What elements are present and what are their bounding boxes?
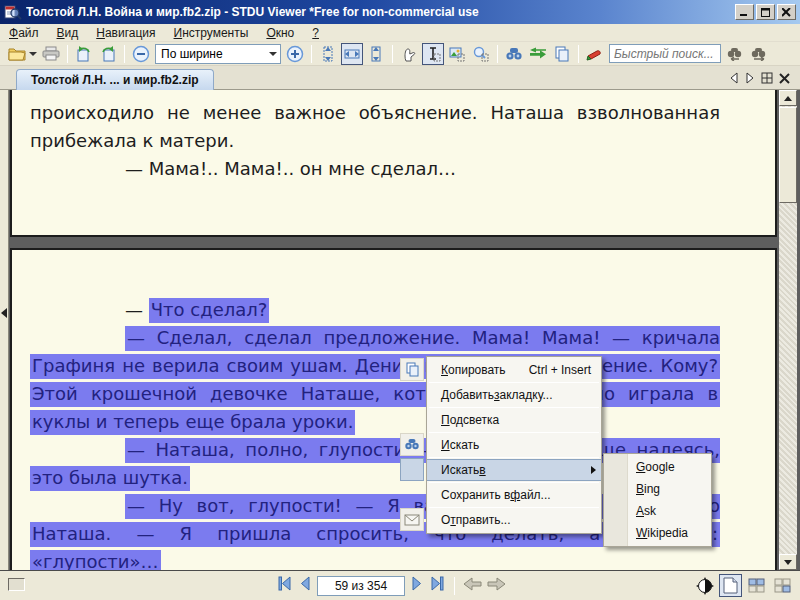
close-tab-icon[interactable] [779,70,790,88]
next-page-button[interactable] [410,575,424,596]
scroll-down-button[interactable] [779,554,797,570]
menubar-item-?[interactable]: ? [303,25,328,41]
menu-separator [429,482,599,483]
collapse-sidebar-icon[interactable] [1,308,7,318]
menu-bar: ФайлВидНавигацияИнструментыОкно? [0,24,800,42]
last-page-button[interactable] [429,575,446,596]
rotate-right-button[interactable] [97,43,119,65]
image-select-tool-button[interactable] [446,43,468,65]
submenu-item-bing[interactable]: Bing [604,478,711,500]
context-menu: КопироватьCtrl + InsertДобавить закладку… [426,356,602,534]
copy-icon [400,358,424,381]
binoculars-icon [400,433,424,456]
statusbar-panel-grip [8,578,25,591]
vertical-scrollbar[interactable] [779,90,797,570]
scroll-up-button[interactable] [779,90,797,106]
menu-separator [429,407,599,408]
context-menu-item-копировать[interactable]: КопироватьCtrl + Insert [427,359,601,381]
menu-separator [429,382,599,383]
history-back-button[interactable] [463,577,482,595]
context-menu-item-отправить-[interactable]: Отправить... [427,509,601,531]
page-indicator-input[interactable] [317,576,405,596]
text-select-tool-button[interactable] [422,43,444,65]
context-menu-item-искать[interactable]: Искать [427,434,601,456]
menubar-item-вид[interactable]: Вид [48,25,88,41]
menubar-item-навигация[interactable]: Навигация [87,25,164,41]
find-previous-button[interactable] [724,43,746,65]
zoom-level-select[interactable]: По ширине [155,44,281,64]
next-tab-icon[interactable] [745,70,755,88]
selected-text-line: куклы и теперь еще брала уроки. [30,408,720,436]
hand-tool-button[interactable] [398,43,420,65]
previous-page-button[interactable] [298,575,312,596]
rotate-left-button[interactable] [73,43,95,65]
history-forward-button[interactable] [487,577,506,595]
fit-width-button[interactable] [341,43,363,65]
first-page-button[interactable] [276,575,293,596]
menubar-item-файл[interactable]: Файл [0,25,48,41]
text-line: — Графиня пожала плечами. [30,566,720,570]
menu-separator [429,432,599,433]
close-button[interactable] [777,4,796,20]
zoom-level-value: По ширине [156,47,266,61]
open-dropdown-icon[interactable] [29,52,37,56]
zoom-out-button[interactable] [130,43,152,65]
window-title: Толстой Л.Н. Война и мир.fb2.zip - STDU … [26,5,735,19]
previous-tab-icon[interactable] [729,70,739,88]
selected-text-line: — Что сделал? [30,296,720,324]
search-button[interactable] [503,43,525,65]
tab-list-icon[interactable] [761,70,773,88]
open-file-button[interactable] [7,43,38,65]
toolbar: По ширине [0,42,800,66]
search-in-gutter-cell [400,458,424,481]
document-tab-label: Толстой Л.Н. ... и мир.fb2.zip [31,73,199,87]
shortcut-label: Ctrl + Insert [529,363,591,377]
search-in-submenu: GoogleBingAskWikipedia [603,453,712,547]
menu-separator [429,507,599,508]
minimize-button[interactable] [735,4,754,20]
submenu-arrow-icon [591,466,596,474]
title-bar: Толстой Л.Н. Война и мир.fb2.zip - STDU … [0,0,800,24]
split-view-1-button[interactable] [745,574,768,597]
print-button[interactable] [40,43,62,65]
context-menu-item-сохранить-в-файл-[interactable]: Сохранить в файл... [427,484,601,506]
app-icon [4,4,22,20]
envelope-icon [400,508,424,531]
status-bar [0,570,800,600]
selected-text-line: Этой крошечной девочке Наташе, которая е… [30,380,720,408]
zoom-in-button[interactable] [284,43,306,65]
menubar-item-инструменты[interactable]: Инструменты [165,25,258,41]
swap-direction-button[interactable] [527,43,549,65]
zoom-select-tool-button[interactable] [470,43,492,65]
find-next-button[interactable] [748,43,770,65]
menubar-item-окно[interactable]: Окно [257,25,303,41]
submenu-item-google[interactable]: Google [604,456,711,478]
page-58: происходило не менее важное объяснение. … [10,90,777,237]
document-area: происходило не менее важное объяснение. … [0,90,800,570]
selected-text-line: — Сделал, сделал предложение. Мама! Мама… [30,324,720,352]
document-tab[interactable]: Толстой Л.Н. ... и мир.fb2.zip [16,69,214,90]
maximize-button[interactable] [756,4,775,20]
context-menu-item-подсветка[interactable]: Подсветка [427,409,601,431]
zoom-select-dropdown-icon[interactable] [266,45,280,63]
tab-bar: Толстой Л.Н. ... и мир.fb2.zip [0,66,800,90]
text-line: происходило не менее важное объяснение. … [30,99,720,127]
fit-height-button[interactable] [365,43,387,65]
brightness-icon[interactable] [693,574,716,597]
split-view-2-button[interactable] [771,574,794,597]
single-page-view-button[interactable] [719,574,742,597]
scrollbar-thumb[interactable] [779,107,797,203]
app-window: Толстой Л.Н. Война и мир.fb2.zip - STDU … [0,0,800,600]
highlight-pen-icon[interactable] [584,43,606,65]
submenu-item-wikipedia[interactable]: Wikipedia [604,522,711,544]
selected-text-line: Графиня не верила своим ушам. Денисов сд… [30,352,720,380]
sidebar-splitter[interactable] [0,90,9,570]
quick-search-input[interactable] [609,44,721,63]
context-menu-item-добавить-закладку-[interactable]: Добавить закладку... [427,384,601,406]
text-line: — Мама!.. Мама!.. он мне сделал… [30,155,720,183]
fit-visible-button[interactable] [317,43,339,65]
copy-pages-button[interactable] [551,43,573,65]
submenu-item-ask[interactable]: Ask [604,500,711,522]
menu-separator [429,457,599,458]
context-menu-item-искать-в[interactable]: Искать в [427,459,601,481]
